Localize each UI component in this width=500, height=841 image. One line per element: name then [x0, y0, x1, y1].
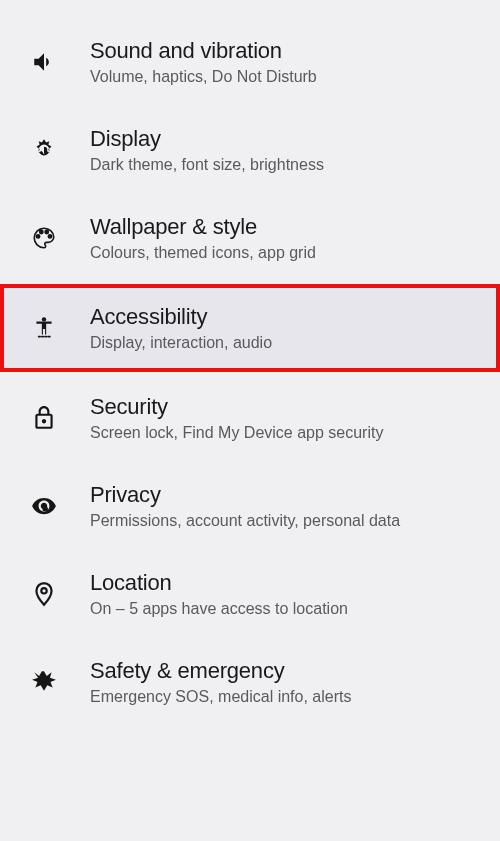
setting-subtitle: Screen lock, Find My Device app security	[90, 424, 500, 442]
setting-item-accessibility[interactable]: Accessibility Display, interaction, audi…	[0, 284, 500, 372]
setting-text: Display Dark theme, font size, brightnes…	[90, 126, 500, 174]
setting-title: Location	[90, 570, 500, 596]
setting-subtitle: Display, interaction, audio	[90, 334, 496, 352]
setting-subtitle: Dark theme, font size, brightness	[90, 156, 500, 174]
privacy-icon	[28, 490, 60, 522]
setting-subtitle: Emergency SOS, medical info, alerts	[90, 688, 500, 706]
brightness-icon	[28, 134, 60, 166]
setting-text: Safety & emergency Emergency SOS, medica…	[90, 658, 500, 706]
setting-subtitle: Volume, haptics, Do Not Disturb	[90, 68, 500, 86]
setting-item-security[interactable]: Security Screen lock, Find My Device app…	[0, 374, 500, 462]
accessibility-icon	[28, 312, 60, 344]
setting-title: Accessibility	[90, 304, 496, 330]
volume-icon	[28, 46, 60, 78]
setting-text: Sound and vibration Volume, haptics, Do …	[90, 38, 500, 86]
setting-title: Safety & emergency	[90, 658, 500, 684]
setting-item-display[interactable]: Display Dark theme, font size, brightnes…	[0, 106, 500, 194]
svg-point-2	[45, 231, 48, 234]
setting-item-sound[interactable]: Sound and vibration Volume, haptics, Do …	[0, 18, 500, 106]
setting-item-privacy[interactable]: Privacy Permissions, account activity, p…	[0, 462, 500, 550]
setting-title: Privacy	[90, 482, 500, 508]
setting-item-safety[interactable]: Safety & emergency Emergency SOS, medica…	[0, 638, 500, 726]
svg-point-3	[49, 235, 52, 238]
setting-text: Security Screen lock, Find My Device app…	[90, 394, 500, 442]
setting-text: Wallpaper & style Colours, themed icons,…	[90, 214, 500, 262]
setting-item-wallpaper[interactable]: Wallpaper & style Colours, themed icons,…	[0, 194, 500, 282]
lock-icon	[28, 402, 60, 434]
setting-text: Location On – 5 apps have access to loca…	[90, 570, 500, 618]
settings-list: Sound and vibration Volume, haptics, Do …	[0, 0, 500, 726]
palette-icon	[28, 222, 60, 254]
setting-subtitle: On – 5 apps have access to location	[90, 600, 500, 618]
setting-text: Privacy Permissions, account activity, p…	[90, 482, 500, 530]
setting-title: Display	[90, 126, 500, 152]
svg-point-0	[37, 235, 40, 238]
svg-point-4	[42, 317, 46, 321]
setting-text: Accessibility Display, interaction, audi…	[90, 304, 496, 352]
setting-title: Security	[90, 394, 500, 420]
setting-subtitle: Permissions, account activity, personal …	[90, 512, 500, 530]
setting-subtitle: Colours, themed icons, app grid	[90, 244, 500, 262]
location-icon	[28, 578, 60, 610]
setting-item-location[interactable]: Location On – 5 apps have access to loca…	[0, 550, 500, 638]
svg-point-1	[40, 231, 43, 234]
setting-title: Wallpaper & style	[90, 214, 500, 240]
setting-title: Sound and vibration	[90, 38, 500, 64]
emergency-icon	[28, 666, 60, 698]
